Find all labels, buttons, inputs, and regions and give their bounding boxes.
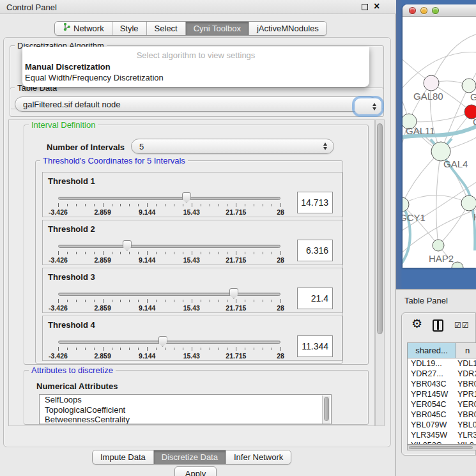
cell-shared-name: YER054C <box>408 399 456 410</box>
tab-discretize-data[interactable]: Discretize Data <box>153 450 226 464</box>
tick-label: 15.43 <box>183 256 200 264</box>
tab-infer-network[interactable]: Infer Network <box>226 450 291 464</box>
attributes-list[interactable]: SelfLoopsTopologicalCoefficientBetweenne… <box>39 394 332 424</box>
tick-mark <box>165 204 165 206</box>
threshold-value[interactable]: 21.4 <box>297 288 333 309</box>
slider-tick-labels: -3.4262.8599.14415.4321.71528 <box>58 304 280 312</box>
table-rows: YDL19...YDL1YDR27...YDR2YBR043CYBR0YPR14… <box>408 358 476 445</box>
apply-button[interactable]: Apply <box>174 466 217 476</box>
network-canvas[interactable]: GAL80GCGAL11GAL4GCY1HHAP2 <box>403 17 476 268</box>
cell-shared-name: YIL052C <box>408 440 456 445</box>
minimize-traffic-light[interactable] <box>420 7 427 14</box>
tick-mark <box>245 252 245 254</box>
table-data-combo[interactable]: galFiltered.sif default node <box>15 96 378 112</box>
tick-mark <box>138 204 139 206</box>
slider-ticks <box>58 299 280 303</box>
table-row[interactable]: YBR043CYBR0 <box>408 379 476 389</box>
threshold-label: Threshold 3 <box>48 272 95 282</box>
threshold-value[interactable]: 6.316 <box>297 240 333 261</box>
threshold-slider[interactable]: -3.4262.8599.14415.4321.71528 <box>58 238 280 264</box>
tick-mark <box>263 300 263 302</box>
algorithm-combo-focused[interactable] <box>354 98 382 115</box>
network-node[interactable] <box>403 197 409 211</box>
attribute-item[interactable]: TopologicalCoefficient <box>40 405 331 415</box>
slider-thumb[interactable] <box>229 288 238 299</box>
table-row[interactable]: YER054CYER0 <box>408 399 476 410</box>
tick-mark <box>120 300 121 302</box>
threshold-label: Threshold 2 <box>48 224 95 234</box>
slider-thumb[interactable] <box>123 240 132 251</box>
tick-mark <box>219 300 219 302</box>
table-row[interactable]: YDL19...YDL1 <box>408 358 476 369</box>
zoom-traffic-light[interactable] <box>432 7 439 14</box>
threshold-value[interactable]: 14.713 <box>297 192 333 213</box>
network-node[interactable] <box>424 75 439 91</box>
checkbox-icons[interactable]: ☑☑ <box>454 321 470 330</box>
float-window-icon[interactable] <box>362 4 368 10</box>
num-intervals-value: 5 <box>139 142 144 151</box>
network-icon <box>63 22 70 36</box>
attributes-group-label: Attributes to discretize <box>29 365 116 375</box>
attribute-item[interactable]: SelfLoops <box>40 395 331 405</box>
split-columns-icon[interactable] <box>433 319 443 332</box>
network-window-titlebar <box>403 4 476 17</box>
gear-icon[interactable]: ⚙ <box>411 318 422 330</box>
popup-option[interactable]: Equal Width/Frequency Discretization <box>25 73 164 82</box>
tick-mark <box>254 348 254 350</box>
slider-thumb[interactable] <box>182 192 191 203</box>
threshold-slider[interactable]: -3.4262.8599.14415.4321.71528 <box>58 334 280 360</box>
tick-mark <box>174 348 174 350</box>
table-row[interactable]: YIL052CYIL0 <box>408 440 476 445</box>
tab-select[interactable]: Select <box>146 22 185 35</box>
tick-mark <box>227 252 227 254</box>
popup-option[interactable]: Manual Discretization <box>25 62 111 72</box>
column-header-name[interactable]: n <box>456 343 476 358</box>
table-row[interactable]: YBR045CYBR0 <box>408 410 476 420</box>
num-intervals-combo[interactable]: 5 <box>131 139 334 154</box>
close-traffic-light[interactable] <box>409 7 416 14</box>
tab-network[interactable]: Network <box>55 22 112 35</box>
threshold-value[interactable]: 11.344 <box>297 335 333 357</box>
tick-mark <box>210 204 210 206</box>
network-graph: GAL80GCGAL11GAL4GCY1HHAP2 <box>403 17 476 268</box>
slider-tick-labels: -3.4262.8599.14415.4321.71528 <box>58 208 280 216</box>
tick-mark <box>254 300 254 302</box>
tab-jactivemnodules[interactable]: jActiveMNodules <box>249 22 326 35</box>
tab-label: Impute Data <box>100 450 146 464</box>
tab-label: jActiveMNodules <box>257 22 319 36</box>
tab-cyni-toolbox[interactable]: Cyni Toolbox <box>185 22 249 35</box>
column-header-shared[interactable]: shared... <box>408 343 456 358</box>
panel-title: Control Panel <box>6 3 57 12</box>
table-row[interactable]: YPR145WYPR1 <box>408 389 476 399</box>
slider-thumb[interactable] <box>158 336 167 347</box>
table-horizontal-scrollbar[interactable] <box>407 445 476 450</box>
node-label: C <box>473 116 476 127</box>
table-row[interactable]: YDR27...YDR2 <box>408 369 476 379</box>
cell-name: YBL0 <box>456 420 476 430</box>
threshold-slider[interactable]: -3.4262.8599.14415.4321.71528 <box>58 286 280 312</box>
network-node[interactable] <box>433 240 444 251</box>
attribute-item[interactable]: BetweennessCentrality <box>40 415 331 424</box>
tab-impute-data[interactable]: Impute Data <box>93 450 153 464</box>
settings-scrollbar[interactable] <box>375 119 385 426</box>
tick-mark <box>103 299 104 303</box>
tick-mark <box>263 348 263 350</box>
close-icon[interactable]: × <box>374 1 380 12</box>
slider-ticks <box>58 251 280 256</box>
attributes-scrollbar[interactable] <box>322 395 330 424</box>
tick-mark <box>174 204 174 206</box>
tick-mark <box>138 252 139 254</box>
table-row[interactable]: YBL079WYBL0 <box>408 420 476 430</box>
tick-label: 21.715 <box>226 352 246 360</box>
algorithm-popup: Select algorithm to view settings Manual… <box>22 47 369 87</box>
tick-label: 28 <box>277 256 284 264</box>
table-row[interactable]: YLR345WYLR3 <box>408 430 476 440</box>
network-node[interactable] <box>462 79 476 93</box>
tick-mark <box>94 204 95 206</box>
network-window: GAL80GCGAL11GAL4GCY1HHAP2 <box>403 4 476 268</box>
tick-mark <box>138 348 139 350</box>
threshold-slider[interactable]: -3.4262.8599.14415.4321.71528 <box>58 190 280 216</box>
network-node[interactable] <box>461 196 476 211</box>
tab-style[interactable]: Style <box>112 22 146 35</box>
node-table[interactable]: shared... n YDL19...YDL1YDR27...YDR2YBR0… <box>407 342 476 445</box>
